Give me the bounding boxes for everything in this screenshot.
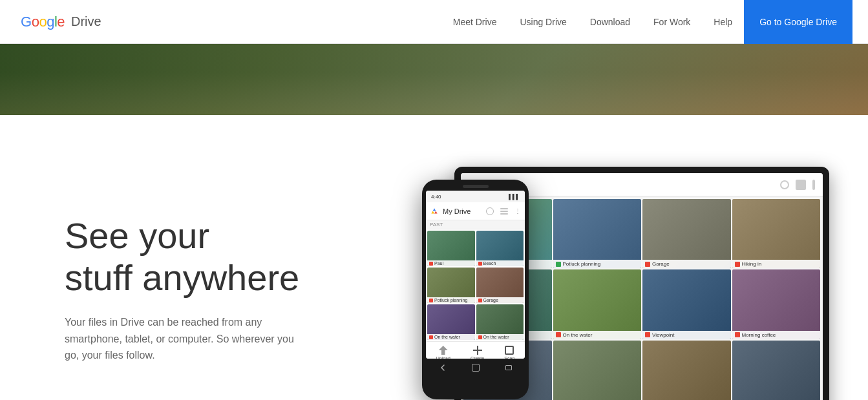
list-item: Garage (476, 268, 524, 303)
table-row: Viewpoint (642, 269, 731, 339)
cell-doc-icon (735, 262, 740, 267)
google-logo: Google (21, 14, 65, 30)
phone-bottom-bar: Upload Create Scan (426, 341, 525, 359)
cell-doc-icon (478, 262, 482, 266)
phone-create-label: Create (471, 356, 484, 359)
back-icon (439, 364, 447, 372)
cell-doc-icon (556, 332, 561, 337)
home-icon (472, 364, 480, 372)
phone-speaker (463, 185, 489, 188)
phone-mockup: 4:40 ▌▌▌ My Drive (422, 180, 529, 399)
tablet-list-icon[interactable] (796, 180, 806, 190)
tablet-more-icon[interactable] (812, 180, 815, 190)
table-row: Potluck planning (642, 341, 731, 400)
cell-doc-icon (429, 335, 433, 339)
phone-time: 4:40 (431, 194, 441, 200)
cell-doc-icon (645, 332, 650, 337)
list-item: On the water (476, 304, 524, 340)
list-item: Beach (476, 231, 524, 266)
tablet-search-icon[interactable] (780, 180, 789, 189)
phone-scan-label: Scan (504, 356, 514, 359)
phone-toolbar: My Drive ⋮ (426, 202, 525, 220)
table-row: Potluck planning (553, 199, 642, 268)
cell-doc-icon (645, 262, 650, 267)
phone-search-icon[interactable] (486, 207, 494, 215)
cell-doc-icon (429, 262, 433, 266)
list-item: Potluck planning (427, 268, 475, 303)
recents-icon (505, 365, 512, 370)
hero-headline: See your stuff anywhere (65, 215, 299, 299)
phone-grid: Paul Beach Potluck planning Garage On th… (426, 229, 525, 341)
cell-doc-icon (478, 299, 482, 302)
navbar: Google Drive Meet Drive Using Drive Down… (0, 0, 868, 44)
table-row: Morning coffee (732, 269, 821, 339)
table-row: Beach (553, 341, 642, 400)
nav-meet-drive[interactable]: Meet Drive (441, 0, 509, 44)
phone-nav-buttons (426, 359, 525, 377)
create-icon (473, 346, 482, 355)
cell-doc-icon (429, 299, 433, 302)
nav-download[interactable]: Download (578, 0, 642, 44)
phone-home-button[interactable] (471, 363, 481, 373)
phone-more-icon[interactable]: ⋮ (514, 207, 521, 215)
upload-icon (439, 346, 448, 355)
table-row: On the water (553, 269, 642, 339)
nav-for-work[interactable]: For Work (642, 0, 702, 44)
phone-recents-button[interactable] (503, 363, 514, 373)
scan-icon (505, 346, 514, 355)
device-mockup-section: My Drive Beach Potluck planning Garage (403, 154, 829, 400)
table-row: Garage (732, 341, 821, 400)
phone-drive-icon (430, 207, 439, 216)
table-row: Garage (642, 199, 731, 268)
list-item: On the water (427, 304, 475, 340)
phone-signal: ▌▌▌ (509, 194, 520, 200)
phone-upload-label: Upload (436, 356, 450, 359)
phone-list-icon[interactable] (500, 208, 508, 215)
nav-help[interactable]: Help (702, 0, 744, 44)
list-item: Paul (427, 231, 475, 266)
table-row: Hiking in (732, 199, 821, 268)
drive-logo-text: Drive (71, 14, 101, 29)
logo-link[interactable]: Google Drive (21, 14, 101, 30)
phone-back-button[interactable] (438, 363, 448, 373)
cell-doc-icon (735, 332, 740, 337)
phone-screen: 4:40 ▌▌▌ My Drive (426, 191, 525, 359)
go-to-drive-button[interactable]: Go to Google Drive (744, 0, 852, 44)
phone-create-action[interactable]: Create (471, 346, 484, 359)
hero-background-strip (0, 44, 868, 115)
nav-links: Meet Drive Using Drive Download For Work… (441, 0, 852, 44)
phone-upload-action[interactable]: Upload (436, 346, 450, 359)
hero-text-section: See your stuff anywhere Your files in Dr… (65, 215, 299, 364)
hero-subtext: Your files in Drive can be reached from … (65, 314, 297, 364)
cell-doc-icon (556, 262, 561, 267)
main-content: See your stuff anywhere Your files in Dr… (0, 115, 868, 400)
nav-using-drive[interactable]: Using Drive (508, 0, 578, 44)
phone-status-bar: 4:40 ▌▌▌ (426, 191, 525, 202)
cell-doc-icon (478, 335, 482, 339)
phone-scan-action[interactable]: Scan (504, 346, 514, 359)
phone-section-label: PAST (426, 220, 525, 229)
phone-title: My Drive (443, 207, 471, 215)
